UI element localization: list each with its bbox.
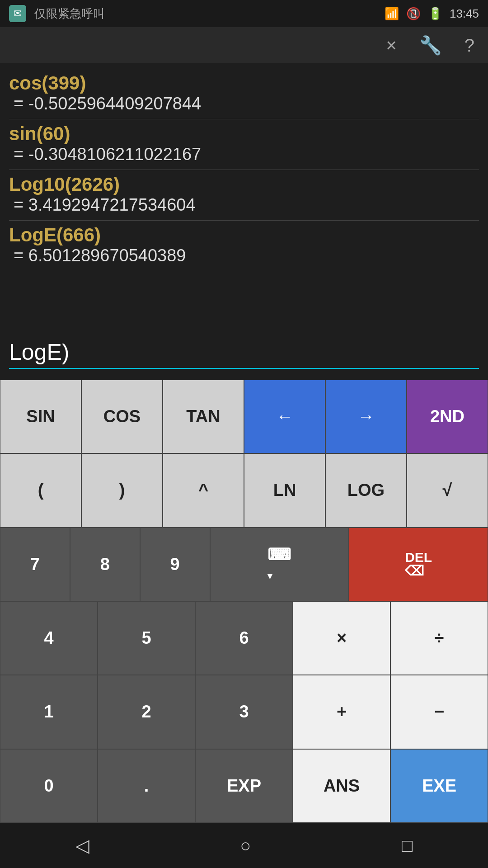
display-area: cos(399)= -0.5025964409207844sin(60)= -0…: [0, 63, 488, 335]
history-result: = 3.4192947217534604: [9, 195, 479, 215]
ln-button[interactable]: LN: [244, 453, 325, 527]
sin-button[interactable]: SIN: [0, 380, 81, 453]
exe-button[interactable]: EXE: [390, 749, 488, 823]
close-paren-button[interactable]: ): [81, 453, 163, 527]
five-button[interactable]: 5: [98, 601, 195, 675]
del-button[interactable]: DEL⌫: [349, 528, 488, 601]
current-input-field[interactable]: [9, 339, 479, 369]
multiply-button[interactable]: ×: [293, 601, 390, 675]
sqrt-button[interactable]: √: [407, 453, 488, 527]
status-bar: ✉ 仅限紧急呼叫 📶 📵 🔋 13:45: [0, 0, 488, 27]
history-expr: LogE(666): [9, 224, 479, 246]
right-arrow-button[interactable]: →: [325, 380, 407, 453]
history-result: = -0.3048106211022167: [9, 145, 479, 164]
keypad: SINCOSTAN←→2ND()^LNLOG√789⌨▾DEL⌫456×÷123…: [0, 380, 488, 823]
key-row-4: 123+−: [0, 675, 488, 749]
history-result: = 6.501289670540389: [9, 246, 479, 265]
keyboard-button[interactable]: ⌨▾: [210, 528, 349, 601]
open-paren-button[interactable]: (: [0, 453, 81, 527]
close-button[interactable]: ×: [386, 35, 396, 56]
nine-button[interactable]: 9: [140, 528, 210, 601]
top-bar: × 🔧 ?: [0, 27, 488, 63]
current-input-area: [0, 335, 488, 380]
home-button[interactable]: ○: [240, 835, 251, 856]
divide-button[interactable]: ÷: [390, 601, 488, 675]
three-button[interactable]: 3: [195, 675, 293, 749]
one-button[interactable]: 1: [0, 675, 98, 749]
emergency-icon: ✉: [9, 5, 26, 22]
history-entry: Log10(2626)= 3.4192947217534604: [9, 174, 479, 215]
key-row-5: 0.EXPANSEXE: [0, 749, 488, 823]
decimal-button[interactable]: .: [98, 749, 195, 823]
plus-button[interactable]: +: [293, 675, 390, 749]
history-entry: cos(399)= -0.5025964409207844: [9, 72, 479, 113]
key-row-3: 456×÷: [0, 601, 488, 675]
key-row-1: ()^LNLOG√: [0, 453, 488, 527]
two-button[interactable]: 2: [98, 675, 195, 749]
seven-button[interactable]: 7: [0, 528, 70, 601]
back-button[interactable]: ◁: [75, 835, 89, 856]
history-expr: cos(399): [9, 72, 479, 94]
wrench-button[interactable]: 🔧: [419, 35, 442, 56]
help-button[interactable]: ?: [465, 35, 474, 56]
status-left: ✉ 仅限紧急呼叫: [9, 5, 105, 22]
ans-button[interactable]: ANS: [293, 749, 390, 823]
2nd-button[interactable]: 2ND: [407, 380, 488, 453]
exp-button[interactable]: EXP: [195, 749, 293, 823]
wifi-icon: 📶: [385, 7, 399, 21]
history-expr: Log10(2626): [9, 174, 479, 195]
emergency-text: 仅限紧急呼叫: [34, 6, 105, 22]
signal-icon: 📵: [406, 7, 421, 21]
history-entry: sin(60)= -0.3048106211022167: [9, 123, 479, 164]
eight-button[interactable]: 8: [70, 528, 140, 601]
history-result: = -0.5025964409207844: [9, 94, 479, 113]
four-button[interactable]: 4: [0, 601, 98, 675]
history-expr: sin(60): [9, 123, 479, 145]
key-row-2: 789⌨▾DEL⌫: [0, 528, 488, 601]
minus-button[interactable]: −: [390, 675, 488, 749]
nav-bar: ◁ ○ □: [0, 823, 488, 868]
time-display: 13:45: [450, 7, 479, 21]
recent-button[interactable]: □: [402, 835, 413, 856]
left-arrow-button[interactable]: ←: [244, 380, 325, 453]
zero-button[interactable]: 0: [0, 749, 98, 823]
status-right: 📶 📵 🔋 13:45: [385, 7, 479, 21]
six-button[interactable]: 6: [195, 601, 293, 675]
cos-button[interactable]: COS: [81, 380, 163, 453]
power-button[interactable]: ^: [163, 453, 244, 527]
log-button[interactable]: LOG: [325, 453, 407, 527]
battery-icon: 🔋: [428, 7, 442, 21]
key-row-0: SINCOSTAN←→2ND: [0, 380, 488, 453]
tan-button[interactable]: TAN: [163, 380, 244, 453]
history-entry: LogE(666)= 6.501289670540389: [9, 224, 479, 265]
